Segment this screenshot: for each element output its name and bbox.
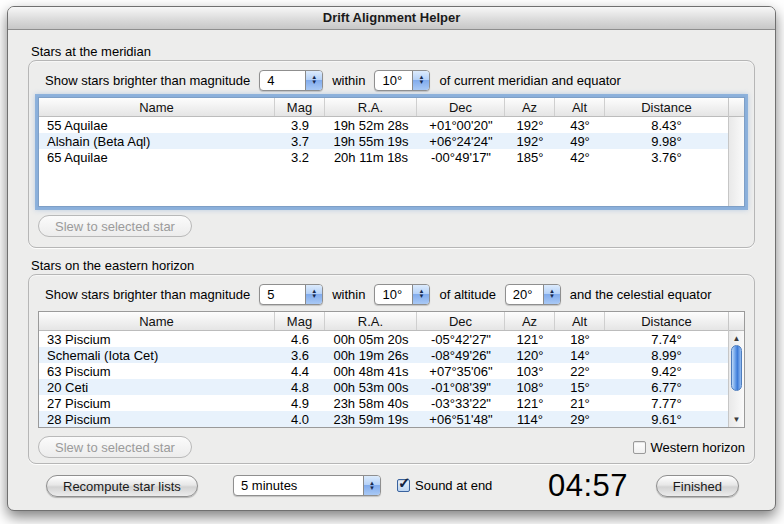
table-cell: 23h 58m 40s (325, 396, 417, 411)
table-cell: 27 Piscium (39, 396, 275, 411)
table-cell: 3.6 (275, 348, 325, 363)
table-cell: 42° (555, 150, 605, 165)
table-cell: +06°24'24" (417, 134, 505, 149)
column-header-dec[interactable]: Dec (417, 312, 505, 330)
table-row[interactable]: Alshain (Beta Aql)3.719h 55m 19s+06°24'2… (39, 133, 728, 149)
table-cell: 21° (555, 396, 605, 411)
duration-value: 5 minutes (234, 476, 363, 495)
column-header-mag[interactable]: Mag (275, 98, 325, 116)
table-cell: +06°51'48" (417, 412, 505, 427)
meridian-angle-select[interactable]: 10° ▲▼ (374, 70, 430, 91)
altitude-value: 20° (506, 285, 543, 304)
horizon-angle-select[interactable]: 10° ▲▼ (374, 284, 430, 305)
column-header-az[interactable]: Az (505, 312, 555, 330)
table-row[interactable]: 20 Ceti4.800h 53m 00s-01°08'39"108°15°6.… (39, 379, 728, 395)
sound-at-end-checkbox[interactable]: ✓ Sound at end (397, 478, 492, 493)
meridian-filter-row: Show stars brighter than magnitude 4 ▲▼ … (38, 67, 745, 93)
duration-select[interactable]: 5 minutes ▲▼ (233, 475, 381, 496)
column-header-az[interactable]: Az (505, 98, 555, 116)
table-cell: 43° (555, 118, 605, 133)
finished-button[interactable]: Finished (656, 475, 739, 497)
slew-button-horizon[interactable]: Slew to selected star (38, 436, 192, 458)
stepper-control: ▲▼ (412, 71, 429, 90)
filter-prefix-label: Show stars brighter than magnitude (45, 73, 250, 88)
column-header-distance[interactable]: Distance (605, 312, 728, 330)
table-row[interactable]: 65 Aquilae3.220h 11m 18s-00°49'17"185°42… (39, 149, 728, 165)
table-cell: 19h 55m 19s (325, 134, 417, 149)
table-cell: 00h 48m 41s (325, 364, 417, 379)
table-cell: 3.7 (275, 134, 325, 149)
slew-button-meridian[interactable]: Slew to selected star (38, 215, 192, 237)
scrollbar-track[interactable]: ▲ ▼ (728, 312, 744, 427)
table-header: NameMagR.A.DecAzAltDistance (39, 98, 744, 117)
horizon-magnitude-select[interactable]: 5 ▲▼ (259, 284, 323, 305)
table-cell: 108° (505, 380, 555, 395)
table-cell: 7.77° (605, 396, 728, 411)
table-row[interactable]: 33 Piscium4.600h 05m 20s-05°42'27"121°18… (39, 331, 728, 347)
table-cell: 192° (505, 118, 555, 133)
meridian-star-table: NameMagR.A.DecAzAltDistance 55 Aquilae3.… (38, 97, 745, 207)
column-header-name[interactable]: Name (39, 312, 275, 330)
table-cell: 49° (555, 134, 605, 149)
table-cell: +07°35'06" (417, 364, 505, 379)
column-header-alt[interactable]: Alt (555, 312, 605, 330)
table-cell: 3.9 (275, 118, 325, 133)
western-horizon-checkbox[interactable]: Western horizon (633, 440, 745, 455)
table-row[interactable]: 63 Piscium4.400h 48m 41s+07°35'06"103°22… (39, 363, 728, 379)
meridian-magnitude-select[interactable]: 4 ▲▼ (259, 70, 323, 91)
table-cell: 22° (555, 364, 605, 379)
table-cell: 4.0 (275, 412, 325, 427)
table-cell: 00h 05m 20s (325, 332, 417, 347)
table-row[interactable]: Schemali (Iota Cet)3.600h 19m 26s-08°49'… (39, 347, 728, 363)
column-header-dec[interactable]: Dec (417, 98, 505, 116)
table-cell: 00h 53m 00s (325, 380, 417, 395)
footer-bar: Recompute star lists 5 minutes ▲▼ ✓ Soun… (28, 473, 755, 501)
magnitude-value: 4 (260, 71, 305, 90)
table-cell: 4.4 (275, 364, 325, 379)
table-cell: 9.61° (605, 412, 728, 427)
table-cell: 15° (555, 380, 605, 395)
table-cell: -03°33'22" (417, 396, 505, 411)
horizon-star-table: NameMagR.A.DecAzAltDistance 33 Piscium4.… (38, 311, 745, 428)
table-cell: 120° (505, 348, 555, 363)
table-cell: 23h 59m 19s (325, 412, 417, 427)
recompute-button[interactable]: Recompute star lists (46, 475, 198, 497)
column-header-ra[interactable]: R.A. (325, 98, 417, 116)
filter-suffix-label: of current meridian and equator (439, 73, 620, 88)
table-cell: 185° (505, 150, 555, 165)
horizon-altitude-select[interactable]: 20° ▲▼ (505, 284, 561, 305)
checkbox-box (633, 441, 646, 454)
scroll-up-icon[interactable]: ▲ (729, 333, 744, 345)
table-row[interactable]: 27 Piscium4.923h 58m 40s-03°33'22"121°21… (39, 395, 728, 411)
column-header-name[interactable]: Name (39, 98, 275, 116)
stepper-down-icon: ▼ (549, 294, 555, 299)
table-cell: 121° (505, 396, 555, 411)
titlebar[interactable]: Drift Alignment Helper (8, 7, 775, 30)
table-cell: 33 Piscium (39, 332, 275, 347)
table-row[interactable]: 28 Piscium4.023h 59m 19s+06°51'48"114°29… (39, 411, 728, 427)
drift-alignment-window: Drift Alignment Helper Stars at the meri… (7, 6, 776, 511)
scrollbar-header-cap (729, 312, 744, 331)
column-header-mag[interactable]: Mag (275, 312, 325, 330)
scroll-down-icon[interactable]: ▼ (729, 414, 744, 426)
horizon-filter-row: Show stars brighter than magnitude 5 ▲▼ … (38, 281, 745, 307)
scrollbar-thumb[interactable] (731, 345, 742, 391)
column-header-distance[interactable]: Distance (605, 98, 728, 116)
column-header-ra[interactable]: R.A. (325, 312, 417, 330)
table-cell: -01°08'39" (417, 380, 505, 395)
column-header-alt[interactable]: Alt (555, 98, 605, 116)
table-row[interactable]: 55 Aquilae3.919h 52m 28s+01°00'20"192°43… (39, 117, 728, 133)
table-cell: -08°49'26" (417, 348, 505, 363)
table-cell: 20h 11m 18s (325, 150, 417, 165)
angle-value: 10° (375, 71, 412, 90)
table-cell: 63 Piscium (39, 364, 275, 379)
table-cell: Alshain (Beta Aql) (39, 134, 275, 149)
stepper-control: ▲▼ (363, 476, 380, 495)
table-cell: 20 Ceti (39, 380, 275, 395)
scrollbar-track[interactable] (728, 98, 744, 206)
table-cell: 29° (555, 412, 605, 427)
table-cell: 55 Aquilae (39, 118, 275, 133)
table-cell: 114° (505, 412, 555, 427)
stepper-down-icon: ▼ (311, 80, 317, 85)
table-cell: 65 Aquilae (39, 150, 275, 165)
